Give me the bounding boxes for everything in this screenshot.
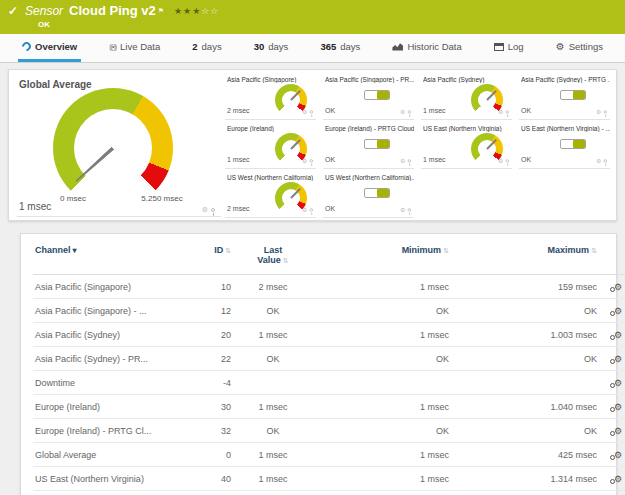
toggle-knob [573, 140, 585, 148]
channel-settings-icon[interactable]: ⚙ [614, 427, 622, 436]
cell-last-value: 1 msec [233, 467, 313, 491]
channel-settings-icon[interactable]: ⚙ [614, 355, 622, 364]
log-icon [494, 43, 504, 51]
channel-settings-icon[interactable]: ⚙ [614, 475, 622, 484]
column-header-minimum[interactable]: Minimum⇅ [313, 236, 451, 275]
status-toggle [560, 90, 586, 100]
mini-panel-asia-pacific-singapore-prtg[interactable]: Asia Pacific (Singapore) - PR... OK ⚙ [323, 71, 414, 120]
gauge-max-label: 5.250 msec [125, 194, 199, 203]
mini-value: OK [325, 205, 335, 212]
table-row[interactable]: Downtime -4 ⚙ [33, 371, 625, 395]
channel-settings-icon[interactable]: ⚙ [614, 283, 622, 292]
pin-icon[interactable] [408, 208, 411, 211]
tab-historic-data[interactable]: Historic Data [388, 34, 465, 62]
tab-365-days[interactable]: 365 days [316, 34, 364, 62]
tab-log[interactable]: Log [490, 34, 528, 62]
gear-icon[interactable]: ⚙ [400, 109, 405, 115]
gear-icon[interactable]: ⚙ [302, 109, 307, 115]
pin-icon[interactable] [408, 159, 411, 162]
mini-value: OK [521, 156, 531, 163]
cell-maximum: 1.040 msec [451, 395, 599, 419]
channel-table-panel: Channel▾ ID⇅ Last Value⇅ Minimum⇅ [20, 233, 617, 495]
pin-icon[interactable] [506, 159, 509, 162]
tab-overview[interactable]: Overview [18, 34, 81, 62]
column-header-id[interactable]: ID⇅ [181, 236, 233, 275]
global-average-gauge-panel[interactable]: Global Average 0 msec 5.250 msec 1 msec … [9, 70, 223, 220]
mini-title: Europe (Ireland) - PRTG Cloud... [325, 125, 414, 132]
gear-icon[interactable]: ⚙ [302, 158, 307, 164]
channel-settings-icon[interactable]: ⚙ [614, 331, 622, 340]
cell-id: 12 [181, 299, 233, 323]
mini-panel-us-east-virginia-prtg[interactable]: US East (Northern Virginia) - ... OK ⚙ [519, 120, 610, 169]
stars-filled: ★★★ [174, 6, 201, 16]
cell-maximum [451, 371, 599, 395]
gear-icon[interactable]: ⚙ [498, 109, 503, 115]
mini-title: US East (Northern Virginia) - ... [521, 125, 610, 132]
sort-icon: ⇅ [283, 257, 289, 264]
sort-icon: ⇅ [591, 247, 597, 254]
channel-settings-icon[interactable]: ⚙ [614, 451, 622, 460]
pin-icon[interactable] [310, 208, 313, 211]
toggle-knob [573, 91, 585, 99]
pin-icon[interactable] [408, 110, 411, 113]
pin-icon[interactable] [604, 110, 607, 113]
mini-panel-us-west-california[interactable]: US West (Northern California) 2 msec ⚙ [225, 169, 316, 218]
channel-settings-icon[interactable]: ⚙ [614, 379, 622, 388]
column-header-maximum[interactable]: Maximum⇅ [451, 236, 599, 275]
tab-label: days [268, 41, 288, 52]
tab-30-days[interactable]: 30 days [250, 34, 293, 62]
gauge-needle [290, 90, 301, 101]
column-label: ID [214, 245, 223, 255]
tab-2-days[interactable]: 2 days [188, 34, 225, 62]
status-toggle [364, 139, 390, 149]
global-average-gauge [53, 88, 173, 208]
mini-panel-asia-pacific-sydney[interactable]: Asia Pacific (Sydney) 1 msec ⚙ [421, 71, 512, 120]
column-header-last-value[interactable]: Last Value⇅ [233, 236, 313, 275]
cell-maximum: 159 msec [451, 275, 599, 299]
table-row[interactable]: Global Average 0 1 msec 1 msec 425 msec … [33, 443, 625, 467]
table-row[interactable]: US East (Northern Virgini... 42 OK OK OK… [33, 491, 625, 495]
mini-panel-europe-ireland-prtg[interactable]: Europe (Ireland) - PRTG Cloud... OK ⚙ [323, 120, 414, 169]
pin-icon[interactable] [310, 110, 313, 113]
gear-icon[interactable]: ⚙ [202, 206, 208, 213]
toggle-knob [377, 91, 389, 99]
table-row[interactable]: Asia Pacific (Singapore) - ... 12 OK OK … [33, 299, 625, 323]
mini-panel-europe-ireland[interactable]: Europe (Ireland) 1 msec ⚙ [225, 120, 316, 169]
pin-icon[interactable] [604, 159, 607, 162]
gear-icon[interactable]: ⚙ [400, 158, 405, 164]
priority-stars[interactable]: ★★★☆☆ [174, 6, 219, 16]
sort-caret-icon: ▾ [73, 246, 77, 255]
channel-settings-icon[interactable]: ⚙ [614, 403, 622, 412]
pin-icon[interactable] [506, 110, 509, 113]
gear-icon[interactable]: ⚙ [596, 109, 601, 115]
mini-panel-asia-pacific-singapore[interactable]: Asia Pacific (Singapore) 2 msec ⚙ [225, 71, 316, 120]
table-row[interactable]: Europe (Ireland) - PRTG Cl... 32 OK OK O… [33, 419, 625, 443]
gear-icon[interactable]: ⚙ [400, 207, 405, 213]
gear-icon[interactable]: ⚙ [302, 207, 307, 213]
pin-icon[interactable] [310, 159, 313, 162]
table-row[interactable]: Asia Pacific (Sydney) - PR... 22 OK OK O… [33, 347, 625, 371]
mini-panel-asia-pacific-sydney-prtg[interactable]: Asia Pacific (Sydney) - PRTG ... OK ⚙ [519, 71, 610, 120]
cell-id: 22 [181, 347, 233, 371]
gauge-needle [75, 147, 115, 183]
table-row[interactable]: US East (Northern Virginia) 40 1 msec 1 … [33, 467, 625, 491]
mini-panel-us-east-virginia[interactable]: US East (Northern Virginia) 1 msec ⚙ [421, 120, 512, 169]
gear-icon[interactable]: ⚙ [596, 158, 601, 164]
tab-settings[interactable]: ⚙ Settings [552, 34, 607, 62]
historic-chart-icon [392, 43, 403, 51]
cell-minimum: 1 msec [313, 443, 451, 467]
gear-icon[interactable]: ⚙ [498, 158, 503, 164]
pin-icon[interactable] [211, 208, 215, 212]
table-row[interactable]: Asia Pacific (Sydney) 20 1 msec 1 msec 1… [33, 323, 625, 347]
table-row[interactable]: Asia Pacific (Singapore) 10 2 msec 1 mse… [33, 275, 625, 299]
channel-settings-icon[interactable]: ⚙ [614, 307, 622, 316]
tab-live-data[interactable]: ((•)) Live Data [105, 34, 164, 62]
cell-maximum: OK [451, 419, 599, 443]
mini-panel-us-west-california-prtg[interactable]: US West (Northern California)... OK ⚙ [323, 169, 414, 218]
table-row[interactable]: Europe (Ireland) 30 1 msec 1 msec 1.040 … [33, 395, 625, 419]
mini-value: 2 msec [227, 107, 250, 114]
sensor-kind-label: Sensor [25, 4, 63, 18]
column-header-channel[interactable]: Channel▾ [33, 236, 181, 275]
cell-last-value [233, 371, 313, 395]
overview-panel: Global Average 0 msec 5.250 msec 1 msec … [8, 69, 617, 221]
